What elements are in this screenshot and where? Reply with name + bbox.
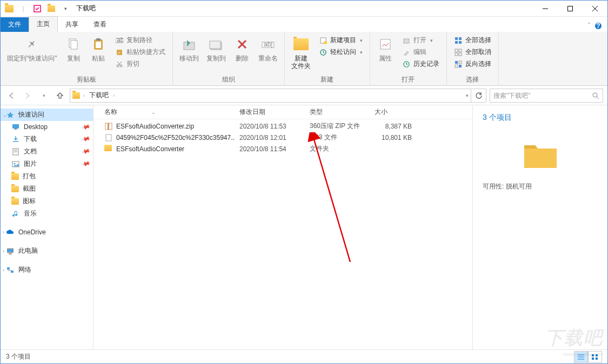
sidebar-item-label: Desktop bbox=[24, 123, 48, 131]
select-all-button[interactable]: 全部选择 bbox=[452, 35, 493, 46]
edit-button[interactable]: 编辑 bbox=[400, 46, 441, 58]
sidebar-item-thispc[interactable]: ›此电脑 bbox=[1, 245, 93, 257]
copy-button[interactable]: 复制 bbox=[62, 33, 85, 64]
easy-access-button[interactable]: 轻松访问▾ bbox=[317, 46, 364, 58]
sidebar-item-desktop[interactable]: Desktop📌 bbox=[1, 121, 93, 133]
svg-text:?: ? bbox=[596, 22, 600, 30]
view-details-button[interactable] bbox=[574, 351, 588, 363]
addr-folder-icon bbox=[72, 92, 80, 99]
qat-newfolder-icon[interactable] bbox=[46, 3, 57, 14]
search-box[interactable] bbox=[490, 89, 603, 103]
history-button[interactable]: 历史记录 bbox=[400, 58, 441, 70]
paste-icon bbox=[90, 36, 107, 53]
file-row[interactable]: ESFsoftAudioConverter.zip 2020/10/8 11:5… bbox=[93, 120, 472, 132]
delete-button[interactable]: 删除 bbox=[230, 33, 254, 64]
forward-button[interactable] bbox=[21, 89, 34, 102]
sidebar-item-documents[interactable]: 文档📌 bbox=[1, 145, 93, 158]
copy-path-button[interactable]: ab复制路径 bbox=[113, 35, 167, 46]
titlebar: | ▾ 下载吧 bbox=[1, 1, 607, 17]
up-button[interactable] bbox=[54, 89, 66, 102]
tab-share[interactable]: 共享 bbox=[58, 17, 86, 32]
new-item-button[interactable]: 新建项目▾ bbox=[317, 35, 364, 46]
file-row[interactable]: ESFsoftAudioConverter 2020/10/8 11:54 文件… bbox=[93, 143, 472, 154]
search-input[interactable] bbox=[493, 92, 592, 99]
tab-file[interactable]: 文件 bbox=[1, 17, 29, 32]
tab-view[interactable]: 查看 bbox=[86, 17, 114, 32]
sidebar-item-music[interactable]: 音乐 bbox=[1, 207, 93, 220]
document-icon bbox=[11, 147, 20, 156]
details-pane: 3 个项目 可用性: 脱机可用 bbox=[472, 105, 607, 349]
minimize-button[interactable] bbox=[533, 1, 558, 17]
svg-rect-36 bbox=[455, 61, 458, 64]
sidebar-item-dabao[interactable]: 打包 bbox=[1, 170, 93, 183]
col-size[interactable]: 大小 bbox=[370, 107, 416, 117]
chevron-up-icon: ˆ bbox=[588, 22, 590, 30]
new-folder-button[interactable]: 新建 文件夹 bbox=[288, 33, 314, 72]
svg-rect-38 bbox=[455, 65, 458, 68]
view-icons-button[interactable] bbox=[588, 351, 602, 363]
sidebar-item-downloads[interactable]: 下载📌 bbox=[1, 133, 93, 145]
folder-icon bbox=[11, 186, 19, 192]
copy-to-button[interactable]: 复制到 bbox=[203, 33, 229, 64]
select-none-button[interactable]: 全部取消 bbox=[452, 46, 493, 58]
invert-selection-button[interactable]: 反向选择 bbox=[452, 58, 493, 70]
close-button[interactable] bbox=[583, 1, 607, 17]
pin-icon bbox=[23, 36, 41, 53]
sidebar-item-onedrive[interactable]: ›OneDrive bbox=[1, 226, 93, 238]
column-headers: 名称 ⌄ 修改日期 类型 大小 bbox=[93, 105, 472, 119]
svg-rect-26 bbox=[404, 39, 409, 43]
svg-rect-37 bbox=[459, 61, 462, 64]
file-name: 0459%2F045c%2F520c%2F330c35947... bbox=[116, 134, 235, 141]
sidebar-item-pictures[interactable]: 图片📌 bbox=[1, 158, 93, 170]
col-name[interactable]: 名称 ⌄ bbox=[100, 107, 235, 117]
svg-rect-55 bbox=[108, 123, 109, 130]
qat-properties-icon[interactable] bbox=[32, 3, 43, 14]
cut-button[interactable]: 剪切 bbox=[113, 58, 167, 70]
window-title: 下载吧 bbox=[76, 4, 96, 13]
move-to-button[interactable]: 移动到 bbox=[176, 33, 202, 64]
properties-button[interactable]: 属性 bbox=[373, 33, 397, 64]
qat-dropdown-icon[interactable]: ▾ bbox=[60, 3, 71, 14]
file-row[interactable]: 0459%2F045c%2F520c%2F330c35947... 2020/1… bbox=[93, 132, 472, 143]
file-name: ESFsoftAudioConverter.zip bbox=[116, 123, 194, 130]
invert-icon bbox=[454, 60, 463, 69]
addr-dropdown-icon[interactable]: ▾ bbox=[466, 93, 469, 98]
sidebar-item-quickaccess[interactable]: ⌄快速访问 bbox=[1, 109, 93, 121]
col-type[interactable]: 类型 bbox=[305, 107, 370, 117]
open-button[interactable]: 打开▾ bbox=[400, 35, 441, 46]
chevron-right-icon: › bbox=[113, 93, 115, 98]
status-count: 3 个项目 bbox=[6, 352, 31, 361]
file-date: 2020/10/8 11:53 bbox=[235, 123, 305, 130]
refresh-button[interactable] bbox=[471, 89, 486, 103]
svg-rect-64 bbox=[596, 358, 598, 360]
address-bar[interactable]: › 下载吧 › ▾ bbox=[70, 89, 471, 103]
pictures-icon bbox=[11, 160, 20, 168]
svg-rect-56 bbox=[106, 134, 111, 141]
recent-dropdown[interactable]: ▾ bbox=[37, 89, 50, 102]
copy-icon bbox=[65, 36, 82, 53]
ribbon-group-new: 新建 文件夹 新建项目▾ 轻松访问▾ 新建 bbox=[285, 32, 370, 85]
file-list: ESFsoftAudioConverter.zip 2020/10/8 11:5… bbox=[93, 119, 472, 156]
pin-icon: 📌 bbox=[81, 146, 91, 156]
sidebar-item-tubiao[interactable]: 图标 bbox=[1, 195, 93, 207]
shortcut-icon bbox=[115, 48, 124, 57]
ribbon-collapse-help[interactable]: ˆ ? bbox=[583, 20, 607, 32]
file-view: 名称 ⌄ 修改日期 类型 大小 ESFsoftAudioConverter.zi… bbox=[93, 105, 472, 349]
pin-quickaccess-button[interactable]: 固定到"快速访问" bbox=[4, 33, 61, 64]
maximize-button[interactable] bbox=[558, 1, 583, 17]
svg-rect-52 bbox=[7, 267, 10, 269]
sidebar-item-jietu[interactable]: 截图 bbox=[1, 183, 93, 195]
search-icon bbox=[592, 92, 599, 99]
sidebar-item-network[interactable]: ›网络 bbox=[1, 264, 93, 276]
tab-home[interactable]: 主页 bbox=[29, 16, 58, 32]
svg-rect-34 bbox=[455, 53, 458, 56]
rename-button[interactable]: ab|重命名 bbox=[255, 33, 281, 64]
breadcrumb[interactable]: 下载吧 bbox=[88, 91, 110, 100]
copyto-icon bbox=[208, 36, 225, 53]
back-button[interactable] bbox=[5, 89, 18, 102]
sidebar-item-label: 网络 bbox=[18, 265, 31, 274]
details-title: 3 个项目 bbox=[483, 113, 598, 123]
paste-shortcut-button[interactable]: 粘贴快捷方式 bbox=[113, 46, 167, 58]
paste-button[interactable]: 粘贴 bbox=[86, 33, 110, 64]
col-date[interactable]: 修改日期 bbox=[235, 107, 305, 117]
